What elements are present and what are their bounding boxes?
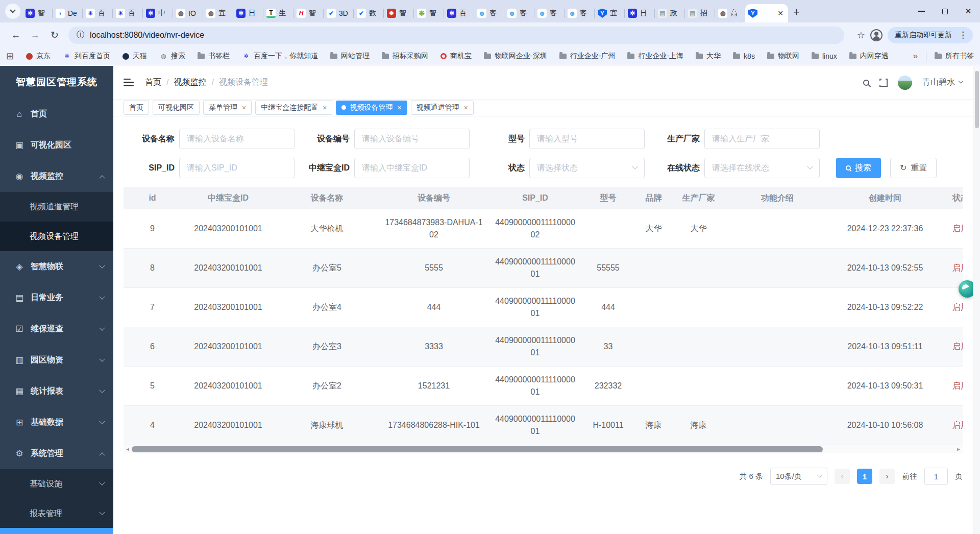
table-row[interactable]: 9202403200101001大华枪机1734684873983-DAHUA-… <box>124 209 963 249</box>
scrollbar-track[interactable] <box>132 445 954 453</box>
sidebar-item-system-management[interactable]: ⚙系统管理 <box>0 438 113 469</box>
browser-tab[interactable]: ◗De <box>53 4 82 22</box>
tag-home[interactable]: 首页 <box>124 101 149 115</box>
next-page-button[interactable]: › <box>879 469 895 484</box>
device-code-input[interactable] <box>354 129 470 149</box>
browser-tab[interactable]: ✲百 <box>444 4 474 22</box>
device-name-input[interactable] <box>179 129 295 149</box>
apps-grid-icon[interactable]: ⊞ <box>6 51 14 62</box>
browser-tab[interactable]: ✲中 <box>143 4 173 22</box>
sidebar-subitem-video-device[interactable]: 视频设备管理 <box>0 222 113 251</box>
username[interactable]: 青山碧水 <box>922 77 963 88</box>
browser-tab[interactable]: Y宜 <box>595 4 624 22</box>
bookmark-item[interactable]: 京东 <box>26 52 51 61</box>
forward-button[interactable]: → <box>27 27 44 44</box>
table-row[interactable]: 7202403200101001办公室444444090000001111000… <box>124 288 963 327</box>
browser-tab[interactable]: T生 <box>263 4 293 22</box>
close-icon[interactable]: × <box>323 104 327 112</box>
bookmark-item[interactable]: k8s <box>733 52 755 60</box>
sidebar-subitem-report-management[interactable]: 报表管理 <box>0 499 113 528</box>
table-row[interactable]: 4202403200101001海康球机1734684806288-HIK-10… <box>124 406 963 445</box>
browser-tab[interactable]: ✲日 <box>233 4 263 22</box>
browser-tab[interactable]: ✳百 <box>83 4 112 22</box>
scroll-left-arrow-icon[interactable]: ◄ <box>124 445 132 453</box>
current-page-button[interactable]: 1 <box>857 469 872 484</box>
bookmark-item[interactable]: 网站管理 <box>330 52 370 61</box>
bookmark-item[interactable]: 大华 <box>696 52 721 61</box>
sidebar-item-statistics-report[interactable]: ▦统计报表 <box>0 376 113 407</box>
browser-tab[interactable]: ◍高 <box>715 4 745 22</box>
bookmark-item[interactable]: 物联网企业-深圳 <box>484 52 547 61</box>
search-icon[interactable] <box>863 80 869 86</box>
tab-close-icon[interactable]: ✕ <box>776 9 785 17</box>
bookmark-item[interactable]: 内网穿透 <box>849 52 889 61</box>
bookmarks-overflow-button[interactable]: » <box>913 51 918 61</box>
sidebar-subitem-video-channel[interactable]: 视频通道管理 <box>0 192 113 222</box>
search-button[interactable]: 搜索 <box>836 158 881 178</box>
profile-icon[interactable] <box>870 29 883 41</box>
window-maximize-button[interactable] <box>933 0 957 22</box>
browser-tab[interactable]: ☻客 <box>565 4 594 22</box>
bookmark-item[interactable]: 行业企业-上海 <box>627 52 683 61</box>
tag-menu-management[interactable]: 菜单管理× <box>203 101 252 115</box>
bookmark-item[interactable]: 商机宝 <box>440 52 472 61</box>
sidebar-item-park-materials[interactable]: ▥园区物资 <box>0 345 113 376</box>
site-info-icon[interactable]: ⓘ <box>77 30 85 40</box>
page-scrollbar[interactable] <box>973 66 980 534</box>
tag-relay-box-config[interactable]: 中继宝盒连接配置× <box>255 101 332 115</box>
address-bar[interactable]: ⓘ localhost:8080/video/nvr-device <box>68 27 844 44</box>
avatar[interactable] <box>898 76 912 90</box>
sidebar-subitem-infrastructure[interactable]: 基础设施 <box>0 469 113 499</box>
reset-button[interactable]: ↻重置 <box>890 158 937 178</box>
window-close-button[interactable]: ✕ <box>957 0 980 22</box>
bookmark-item[interactable]: linux <box>812 52 837 60</box>
bookmark-item[interactable]: 天猫 <box>122 52 147 61</box>
sidebar-item-maintenance-inspection[interactable]: ☑维保巡查 <box>0 313 113 345</box>
reload-button[interactable]: ↻ <box>46 27 63 44</box>
browser-tab[interactable]: ✲日 <box>625 4 654 22</box>
page-size-select[interactable]: 10条/页 <box>770 468 827 485</box>
tag-visual-park[interactable]: 可视化园区 <box>153 101 200 115</box>
update-chip[interactable]: 重新启动即可更新 ⋮ <box>888 27 973 43</box>
table-row[interactable]: 6202403200101001办公室333334409000000111100… <box>124 327 963 367</box>
page-scrollbar-thumb[interactable] <box>975 71 979 128</box>
browser-tab[interactable]: ◍宜 <box>203 4 233 22</box>
bookmark-item[interactable]: 书签栏 <box>198 52 230 61</box>
browser-tab[interactable]: ▤政 <box>655 4 684 22</box>
back-button[interactable]: ← <box>7 27 24 44</box>
browser-tab[interactable]: ☻客 <box>504 4 534 22</box>
sidebar-item-home[interactable]: ⌂首页 <box>0 99 113 130</box>
bookmark-star-icon[interactable]: ☆ <box>857 30 865 41</box>
bookmark-item[interactable]: ◍搜索 <box>159 52 185 61</box>
scrollbar-thumb[interactable] <box>132 446 823 452</box>
sidebar-item-basic-data[interactable]: ⊞基础数据 <box>0 407 113 438</box>
browser-tab[interactable]: H智 <box>293 4 323 22</box>
new-tab-button[interactable]: + <box>788 4 805 22</box>
browser-tab[interactable]: ✲智 <box>22 4 52 22</box>
browser-tab[interactable]: ❋智 <box>414 4 444 22</box>
all-bookmarks-button[interactable]: 所有书签 <box>935 52 974 61</box>
bookmark-item[interactable]: 行业企业-广州 <box>559 52 616 61</box>
bookmark-item[interactable]: ✲百度一下，你就知道 <box>242 52 318 61</box>
table-row[interactable]: 5202403200101001办公室215212314409000000111… <box>124 367 963 406</box>
bookmark-item[interactable]: 物联网 <box>767 52 799 61</box>
goto-page-input[interactable] <box>924 468 948 485</box>
sidebar-item-smart-iot[interactable]: ◈智慧物联 <box>0 251 113 282</box>
sidebar-item-visual-park[interactable]: ▣可视化园区 <box>0 130 113 161</box>
sip-id-input[interactable] <box>179 158 295 178</box>
close-icon[interactable]: × <box>397 104 401 112</box>
tag-video-channel[interactable]: 视频通道管理× <box>411 101 474 115</box>
online-status-select[interactable]: 请选择在线状态 <box>704 158 820 178</box>
browser-tab[interactable]: ☻客 <box>474 4 504 22</box>
browser-tab[interactable]: ✳百 <box>113 4 142 22</box>
status-select[interactable]: 请选择状态 <box>529 158 645 178</box>
window-minimize-button[interactable] <box>910 0 933 22</box>
relay-box-id-input[interactable] <box>354 158 470 178</box>
hamburger-icon[interactable] <box>124 79 134 87</box>
close-icon[interactable]: × <box>464 104 468 112</box>
sidebar-item-video-monitor[interactable]: ◉视频监控 <box>0 161 113 192</box>
horizontal-scrollbar[interactable]: ◄ ► <box>124 445 963 453</box>
model-input[interactable] <box>529 129 645 149</box>
browser-tab-active[interactable]: Y✕ <box>745 4 788 22</box>
bookmark-item[interactable]: 招标采购网 <box>382 52 428 61</box>
